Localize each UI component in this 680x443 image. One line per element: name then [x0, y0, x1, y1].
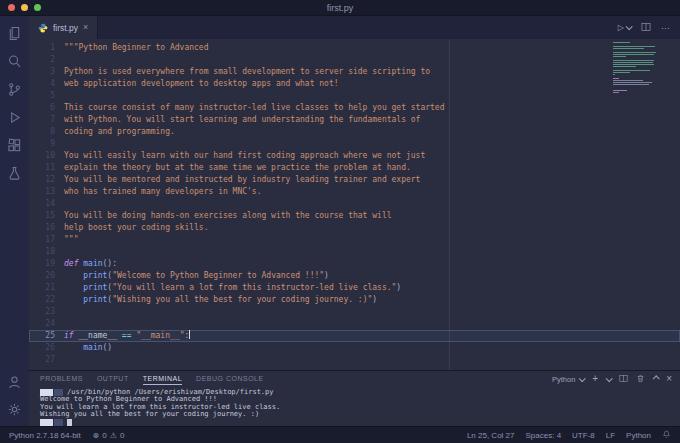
- code-line[interactable]: 8coding and programming.: [29, 126, 680, 138]
- code-line[interactable]: 27: [29, 354, 680, 366]
- panel-tab-output[interactable]: OUTPUT: [97, 373, 129, 385]
- search-icon[interactable]: [7, 53, 23, 69]
- code-line[interactable]: 16help boost your coding skills.: [29, 222, 680, 234]
- encoding-indicator[interactable]: UTF-8: [572, 431, 595, 440]
- split-editor-icon[interactable]: [641, 22, 651, 34]
- notifications-bell-icon[interactable]: [662, 430, 671, 441]
- indentation-indicator[interactable]: Spaces: 4: [526, 431, 562, 440]
- code-text: who has trained many developers in MNC's…: [64, 186, 680, 198]
- account-icon[interactable]: [7, 374, 23, 390]
- code-line[interactable]: 14: [29, 198, 680, 210]
- code-text: [64, 318, 680, 330]
- line-number[interactable]: 18: [29, 246, 64, 258]
- tab-first-py[interactable]: first.py ×: [29, 16, 98, 39]
- line-number[interactable]: 2: [29, 54, 64, 66]
- code-line[interactable]: 6This course consist of many instructor-…: [29, 102, 680, 114]
- terminal-output[interactable]: /usr/bin/python /Users/erishivam/Desktop…: [29, 387, 680, 426]
- code-line[interactable]: 4web application development to desktop …: [29, 78, 680, 90]
- minimap[interactable]: [613, 42, 669, 96]
- code-line[interactable]: 23: [29, 306, 680, 318]
- settings-gear-icon[interactable]: [7, 401, 23, 417]
- python-interpreter-indicator[interactable]: Python 2.7.18 64-bit: [9, 431, 81, 440]
- close-window-button[interactable]: [8, 4, 15, 11]
- line-number[interactable]: 9: [29, 138, 64, 150]
- code-line[interactable]: 13who has trained many developers in MNC…: [29, 186, 680, 198]
- terminal-shell-selector[interactable]: Python: [552, 375, 584, 384]
- code-line[interactable]: 20 print("Welcome to Python Beginner to …: [29, 270, 680, 282]
- line-number[interactable]: 24: [29, 318, 64, 330]
- code-text: """: [64, 234, 680, 246]
- language-mode-indicator[interactable]: Python: [626, 431, 651, 440]
- code-line[interactable]: 5: [29, 90, 680, 102]
- kill-terminal-icon[interactable]: [636, 374, 645, 385]
- code-line[interactable]: 3Python is used everywhere from small de…: [29, 66, 680, 78]
- vscode-window: first.py: [0, 0, 680, 443]
- code-line[interactable]: 11explain the theory but at the same tim…: [29, 162, 680, 174]
- line-number[interactable]: 21: [29, 282, 64, 294]
- line-number[interactable]: 27: [29, 354, 64, 366]
- line-number[interactable]: 4: [29, 78, 64, 90]
- line-number[interactable]: 6: [29, 102, 64, 114]
- code-text: This course consist of many instructor-l…: [64, 102, 680, 114]
- code-line[interactable]: 19def main():: [29, 258, 680, 270]
- line-number[interactable]: 14: [29, 198, 64, 210]
- cursor-position-indicator[interactable]: Ln 25, Col 27: [467, 431, 515, 440]
- line-number[interactable]: 12: [29, 174, 64, 186]
- line-number[interactable]: 7: [29, 114, 64, 126]
- minimap-line: [613, 52, 656, 53]
- panel-tab-terminal[interactable]: TERMINAL: [143, 373, 182, 385]
- line-number[interactable]: 22: [29, 294, 64, 306]
- code-line[interactable]: 1"""Python Beginner to Advanced: [29, 42, 680, 54]
- line-number[interactable]: 16: [29, 222, 64, 234]
- tab-close-icon[interactable]: ×: [83, 23, 88, 32]
- code-line[interactable]: 26 main(): [29, 342, 680, 354]
- code-line[interactable]: 10You will easily learn with our hand fi…: [29, 150, 680, 162]
- new-terminal-button[interactable]: +: [592, 374, 598, 384]
- new-terminal-dropdown-icon[interactable]: [606, 375, 613, 382]
- panel-tab-debug-console[interactable]: DEBUG CONSOLE: [196, 373, 264, 385]
- run-debug-icon[interactable]: [7, 109, 23, 125]
- maximize-panel-icon[interactable]: [653, 375, 660, 382]
- code-line[interactable]: 18: [29, 246, 680, 258]
- minimap-line: [613, 92, 619, 93]
- eol-indicator[interactable]: LF: [606, 431, 615, 440]
- code-line[interactable]: 17""": [29, 234, 680, 246]
- code-line[interactable]: 15You will be doing hands-on exercises a…: [29, 210, 680, 222]
- line-number[interactable]: 15: [29, 210, 64, 222]
- line-number[interactable]: 20: [29, 270, 64, 282]
- line-number[interactable]: 13: [29, 186, 64, 198]
- line-number[interactable]: 5: [29, 90, 64, 102]
- code-line[interactable]: 7with Python. You will start learning an…: [29, 114, 680, 126]
- split-terminal-icon[interactable]: [619, 374, 628, 385]
- line-number[interactable]: 3: [29, 66, 64, 78]
- line-number[interactable]: 26: [29, 342, 64, 354]
- line-number[interactable]: 8: [29, 126, 64, 138]
- line-number[interactable]: 25: [29, 330, 64, 342]
- code-line[interactable]: 21 print("You will learn a lot from this…: [29, 282, 680, 294]
- close-panel-icon[interactable]: ×: [666, 374, 672, 384]
- code-line[interactable]: 9: [29, 138, 680, 150]
- code-line[interactable]: 24: [29, 318, 680, 330]
- source-control-icon[interactable]: [7, 81, 23, 97]
- terminal-prompt-line[interactable]: [40, 419, 680, 426]
- panel-tab-problems[interactable]: PROBLEMS: [40, 373, 83, 385]
- problems-indicator[interactable]: ⊗ 0 ⚠ 0: [93, 431, 125, 440]
- line-number[interactable]: 11: [29, 162, 64, 174]
- code-line[interactable]: 12You will be mentored and instructed by…: [29, 174, 680, 186]
- more-actions-icon[interactable]: ···: [661, 23, 670, 33]
- testing-icon[interactable]: [7, 165, 23, 181]
- explorer-icon[interactable]: [7, 25, 23, 41]
- code-line[interactable]: 22 print("Wishing you all the best for y…: [29, 294, 680, 306]
- minimize-window-button[interactable]: [21, 4, 28, 11]
- extensions-icon[interactable]: [7, 137, 23, 153]
- line-number[interactable]: 1: [29, 42, 64, 54]
- code-line[interactable]: 25if __name__ == "__main__":: [29, 330, 680, 342]
- line-number[interactable]: 23: [29, 306, 64, 318]
- code-editor[interactable]: 1"""Python Beginner to Advanced23Python …: [29, 39, 680, 370]
- line-number[interactable]: 19: [29, 258, 64, 270]
- line-number[interactable]: 17: [29, 234, 64, 246]
- code-line[interactable]: 2: [29, 54, 680, 66]
- zoom-window-button[interactable]: [34, 4, 41, 11]
- line-number[interactable]: 10: [29, 150, 64, 162]
- run-python-file-button[interactable]: ▷: [618, 23, 631, 32]
